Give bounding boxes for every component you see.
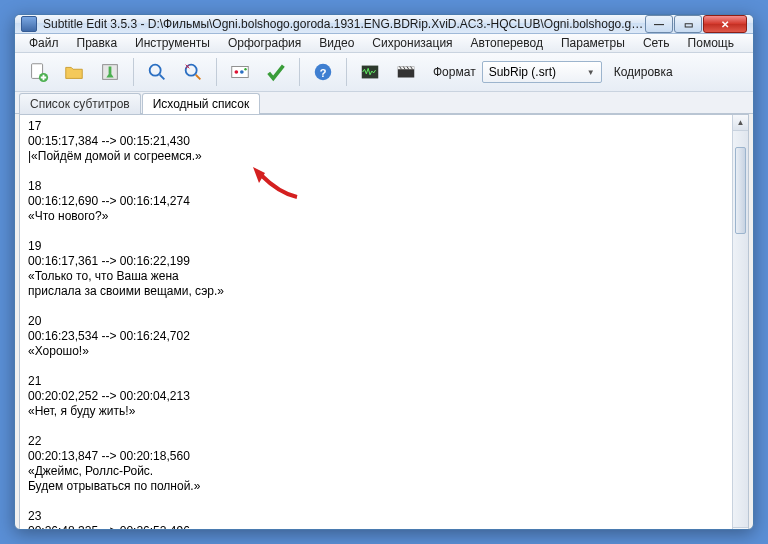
toolbar-sep: [216, 58, 217, 86]
scroll-down-icon[interactable]: ▼: [733, 527, 748, 530]
waveform-icon[interactable]: [355, 57, 385, 87]
minimize-button[interactable]: —: [645, 15, 673, 33]
menu-params[interactable]: Параметры: [553, 34, 633, 52]
video-icon[interactable]: [225, 57, 255, 87]
menu-file[interactable]: Файл: [21, 34, 67, 52]
menu-net[interactable]: Сеть: [635, 34, 678, 52]
window-buttons: — ▭ ✕: [645, 15, 747, 33]
svg-text:?: ?: [320, 67, 327, 79]
check-icon[interactable]: [261, 57, 291, 87]
window-title: Subtitle Edit 3.5.3 - D:\Фильмы\Ogni.bol…: [43, 17, 645, 31]
svg-point-7: [240, 70, 244, 74]
scroll-track[interactable]: [733, 131, 748, 527]
chevron-down-icon: ▼: [587, 68, 595, 77]
scroll-thumb[interactable]: [735, 147, 746, 234]
movie-icon[interactable]: [391, 57, 421, 87]
close-button[interactable]: ✕: [703, 15, 747, 33]
format-label: Формат: [433, 65, 476, 79]
app-icon: [21, 16, 37, 32]
replace-icon[interactable]: [178, 57, 208, 87]
app-window: Subtitle Edit 3.5.3 - D:\Фильмы\Ogni.bol…: [14, 14, 754, 530]
source-area: 17 00:15:17,384 --> 00:15:21,430 |«Пойдё…: [19, 114, 749, 530]
toolbar-sep: [346, 58, 347, 86]
menu-help[interactable]: Помощь: [680, 34, 742, 52]
titlebar[interactable]: Subtitle Edit 3.5.3 - D:\Фильмы\Ogni.bol…: [15, 15, 753, 34]
tabs-bar: Список субтитров Исходный список: [15, 92, 753, 114]
help-icon[interactable]: ?: [308, 57, 338, 87]
menu-bar: Файл Правка Инструменты Орфография Видео…: [15, 34, 753, 53]
encoding-label: Кодировка: [614, 65, 673, 79]
menu-video[interactable]: Видео: [311, 34, 362, 52]
format-value: SubRip (.srt): [489, 65, 556, 79]
menu-edit[interactable]: Правка: [69, 34, 126, 52]
menu-spell[interactable]: Орфография: [220, 34, 309, 52]
tab-subtitle-list[interactable]: Список субтитров: [19, 93, 141, 114]
source-text[interactable]: 17 00:15:17,384 --> 00:15:21,430 |«Пойдё…: [20, 115, 732, 530]
toolbar-sep: [133, 58, 134, 86]
svg-point-8: [244, 68, 246, 70]
tab-source-list[interactable]: Исходный список: [142, 93, 260, 114]
scroll-up-icon[interactable]: ▲: [733, 115, 748, 131]
new-file-icon[interactable]: [23, 57, 53, 87]
menu-autotrans[interactable]: Автоперевод: [463, 34, 551, 52]
svg-point-6: [235, 70, 239, 74]
svg-rect-11: [362, 66, 379, 79]
menu-sync[interactable]: Сихронизация: [364, 34, 460, 52]
search-icon[interactable]: [142, 57, 172, 87]
format-combo[interactable]: SubRip (.srt) ▼: [482, 61, 602, 83]
menu-tools[interactable]: Инструменты: [127, 34, 218, 52]
toolbar-sep: [299, 58, 300, 86]
svg-point-3: [150, 65, 161, 76]
open-file-icon[interactable]: [59, 57, 89, 87]
maximize-button[interactable]: ▭: [674, 15, 702, 33]
vertical-scrollbar[interactable]: ▲ ▼: [732, 115, 748, 530]
save-file-icon[interactable]: [95, 57, 125, 87]
toolbar: ? Формат SubRip (.srt) ▼ Кодировка: [15, 53, 753, 92]
